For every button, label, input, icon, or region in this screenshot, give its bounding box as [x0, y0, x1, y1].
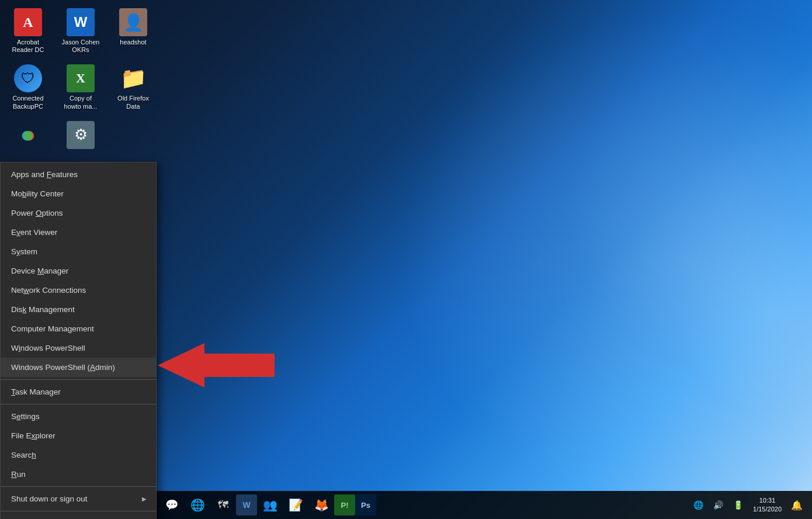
tray-network-icon[interactable]: 🌐 — [689, 491, 707, 519]
menu-label-windows-powershell: Windows PowerShell — [11, 344, 85, 352]
desktop-icon-acrobat[interactable]: Acrobat Reader DC — [6, 6, 50, 56]
taskbar-pinned-items: 🗂 🛍 ✉ 💬 🌐 🗺 W 👥 📝 🦊 P! Ps — [82, 491, 689, 519]
taskbar-cortana[interactable]: 💬 — [159, 491, 185, 519]
backup-icon — [14, 64, 42, 92]
chrome-icon — [14, 121, 42, 149]
desktop-icon-chrome[interactable] — [6, 119, 50, 154]
taskbar-firefox[interactable]: 🦊 — [308, 491, 334, 519]
menu-item-mobility-center[interactable]: Mobility Center — [1, 184, 156, 203]
menu-item-settings[interactable]: Settings — [1, 407, 156, 426]
menu-label-network-connections: Network Connections — [11, 286, 86, 295]
copy-howto-label: Copy ofhowto ma... — [64, 95, 98, 110]
context-menu: Apps and Features Mobility Center Power … — [0, 162, 157, 519]
menu-separator-2 — [1, 404, 156, 404]
menu-separator-3 — [1, 486, 156, 487]
word-icon — [67, 8, 95, 36]
desktop-icon-jason-cohen[interactable]: Jason CohenOKRs — [58, 6, 103, 56]
menu-label-search: Search — [11, 451, 36, 459]
menu-item-power-options[interactable]: Power Options — [1, 203, 156, 223]
menu-item-system[interactable]: System — [1, 242, 156, 261]
menu-item-windows-powershell-admin[interactable]: Windows PowerShell (Admin) — [1, 358, 156, 377]
menu-item-windows-powershell[interactable]: Windows PowerShell — [1, 338, 156, 358]
menu-label-disk-management: Disk Management — [11, 305, 75, 314]
menu-label-file-explorer: File Explorer — [11, 431, 55, 440]
menu-label-apps-features: Apps and Features — [11, 170, 78, 179]
menu-item-device-manager[interactable]: Device Manager — [1, 261, 156, 281]
menu-item-desktop[interactable]: Desktop — [1, 514, 156, 519]
menu-label-system: System — [11, 247, 37, 256]
acrobat-label: Acrobat Reader DC — [8, 39, 48, 54]
menu-label-mobility-center: Mobility Center — [11, 189, 64, 198]
menu-label-device-manager: Device Manager — [11, 267, 68, 275]
menu-item-network-connections[interactable]: Network Connections — [1, 281, 156, 300]
headshot-label: headshot — [120, 39, 146, 46]
jason-cohen-label: Jason CohenOKRs — [62, 39, 100, 54]
backup-label: ConnectedBackupPC — [12, 95, 43, 110]
menu-item-run[interactable]: Run — [1, 465, 156, 484]
menu-item-disk-management[interactable]: Disk Management — [1, 300, 156, 319]
tray-volume-icon[interactable]: 🔊 — [709, 491, 727, 519]
submenu-arrow-icon: ▶ — [142, 496, 147, 502]
taskbar-sticky-notes[interactable]: 📝 — [283, 491, 308, 519]
taskbar-maps[interactable]: 🗺 — [210, 491, 236, 519]
menu-label-power-options: Power Options — [11, 209, 63, 217]
menu-separator-1 — [1, 379, 156, 380]
menu-item-task-manager[interactable]: Task Manager — [1, 382, 156, 402]
menu-label-shutdown: Shut down or sign out — [11, 494, 88, 503]
folder-icon — [119, 64, 147, 92]
old-firefox-label: Old FirefoxData — [117, 95, 149, 110]
taskbar-photoshop[interactable]: Ps — [355, 494, 376, 515]
menu-item-shutdown[interactable]: Shut down or sign out ▶ — [1, 489, 156, 508]
clock-date: 1/15/2020 — [753, 505, 782, 514]
headshot-icon — [119, 8, 147, 36]
clock-time: 10:31 — [759, 496, 776, 505]
excel-icon — [67, 64, 95, 92]
menu-item-search[interactable]: Search — [1, 445, 156, 465]
menu-label-computer-management: Computer Management — [11, 324, 94, 333]
taskbar-word[interactable]: W — [236, 494, 257, 515]
taskbar-teams[interactable]: 👥 — [257, 491, 283, 519]
desktop-icon-copy-howto[interactable]: Copy ofhowto ma... — [58, 62, 103, 112]
menu-label-run: Run — [11, 470, 26, 479]
menu-label-task-manager: Task Manager — [11, 387, 61, 396]
desktop-icon-backup[interactable]: ConnectedBackupPC — [6, 62, 50, 112]
taskbar-chrome[interactable]: 🌐 — [185, 491, 210, 519]
tray-notification-icon[interactable]: 🔔 — [787, 491, 806, 519]
menu-label-settings: Settings — [11, 412, 40, 421]
taskbar-tray: 🌐 🔊 🔋 10:31 1/15/2020 🔔 — [689, 491, 812, 519]
tray-clock[interactable]: 10:31 1/15/2020 — [748, 496, 786, 514]
desktop-icon-old-firefox[interactable]: Old FirefoxData — [111, 62, 155, 112]
tray-battery-icon[interactable]: 🔋 — [728, 491, 747, 519]
menu-item-computer-management[interactable]: Computer Management — [1, 319, 156, 338]
acrobat-icon — [14, 8, 42, 36]
menu-label-windows-powershell-admin: Windows PowerShell (Admin) — [11, 363, 115, 372]
desktop-icon-settings[interactable] — [58, 119, 103, 154]
menu-item-file-explorer[interactable]: File Explorer — [1, 426, 156, 445]
menu-label-event-viewer: Event Viewer — [11, 228, 57, 237]
settings-gear-icon — [67, 121, 95, 149]
menu-separator-4 — [1, 511, 156, 511]
taskbar-project[interactable]: P! — [334, 494, 355, 515]
desktop-icon-headshot[interactable]: headshot — [111, 6, 155, 56]
desktop-icon-area: Acrobat Reader DC Jason CohenOKRs headsh… — [6, 6, 158, 154]
menu-item-event-viewer[interactable]: Event Viewer — [1, 223, 156, 242]
menu-item-apps-features[interactable]: Apps and Features — [1, 165, 156, 184]
